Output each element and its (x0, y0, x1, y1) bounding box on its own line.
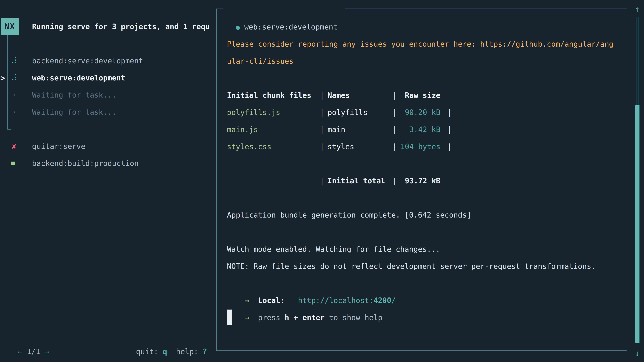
task-row-backend-build[interactable]: backend:build:production (0, 155, 215, 172)
scroll-down-arrow-icon[interactable]: ↓ (633, 346, 642, 361)
chunk-table-row: main.js | main | 3.42 kB | (227, 121, 452, 138)
press-suffix: to show help (325, 313, 382, 322)
chunk-size: 104 bytes (400, 138, 440, 155)
chunk-file: polyfills.js (227, 104, 320, 121)
success-square-icon (11, 162, 15, 165)
task-row-waiting-2[interactable]: · Waiting for task... (0, 104, 215, 121)
column-separator: | (392, 121, 400, 138)
chunk-name: main (328, 121, 392, 138)
page-prev-arrow-icon[interactable]: ← (18, 347, 22, 356)
chunk-size: 3.42 kB (400, 121, 440, 138)
task-row-backend-serve[interactable]: ⠼ backend:serve:development (0, 52, 215, 69)
column-separator: | (447, 104, 452, 121)
panel-title: ● web:serve:development (227, 1, 338, 18)
column-separator: | (320, 121, 328, 138)
watch-mode-message: Watch mode enabled. Watching for file ch… (227, 241, 440, 258)
panel-border-top (345, 8, 627, 9)
waiting-dot-icon: · (10, 104, 18, 121)
app-title: Running serve for 3 projects, and 1 requ (32, 18, 210, 35)
press-keys: h + enter (284, 313, 324, 322)
chunk-name: polyfills (328, 104, 392, 121)
task-label: backend:build:production (32, 155, 139, 172)
chunk-table-row: styles.css | styles | 104 bytes | (227, 138, 452, 155)
panel-border-left (216, 8, 217, 351)
chunk-file: main.js (227, 121, 320, 138)
help-bar: quit: q help: ? (127, 326, 207, 343)
page-indicator: 1/1 (27, 347, 40, 356)
panel-border-bottom (216, 351, 626, 351)
task-row-web-serve[interactable]: > ⠼ web:serve:development (0, 69, 215, 86)
chunk-table-row: polyfills.js | polyfills | 90.20 kB | (227, 104, 452, 121)
panel-title-text (240, 23, 244, 31)
issue-notice-line2: ular-cli/issues (227, 53, 294, 70)
quit-label: quit: (136, 347, 163, 356)
column-separator: | (392, 104, 400, 121)
column-separator: | (447, 121, 452, 138)
prompt-arrow-icon: → (245, 313, 249, 322)
column-separator: | (320, 87, 328, 104)
col-header-files: Initial chunk files (227, 87, 320, 104)
chunk-file: styles.css (227, 138, 320, 155)
column-separator: | (392, 87, 400, 104)
local-url-line: → Local: http://localhost:4200/ (227, 275, 396, 292)
column-separator: | (320, 138, 328, 155)
running-bullet-icon: ● (236, 23, 240, 31)
panel-title-label: web:serve:development (244, 23, 338, 31)
spinner-icon: ⠼ (10, 52, 18, 69)
scrollbar-thumb[interactable] (635, 105, 640, 343)
help-key: ? (202, 347, 207, 356)
terminal-cursor (227, 310, 232, 325)
pagination: ← 1/1 → (9, 326, 49, 343)
task-label: Waiting for task... (32, 86, 116, 104)
waiting-dot-icon: · (10, 86, 18, 104)
panel-border-top-stub (216, 8, 223, 9)
chunk-size: 90.20 kB (400, 104, 440, 121)
failed-x-icon: ✘ (10, 138, 18, 155)
help-label: help: (167, 347, 202, 356)
page-next-arrow-icon[interactable]: → (44, 347, 49, 356)
task-label: guitar:serve (32, 138, 85, 155)
column-separator: | (320, 172, 328, 189)
total-size: 93.72 kB (400, 172, 440, 189)
selected-chevron-icon: > (0, 69, 5, 86)
task-row-waiting-1[interactable]: · Waiting for task... (0, 86, 215, 104)
task-label: web:serve:development (32, 69, 125, 86)
chunk-table-total-row: | Initial total | 93.72 kB (227, 172, 452, 189)
col-header-size: Raw size (400, 87, 440, 104)
column-separator: | (392, 172, 400, 189)
bundle-complete-message: Application bundle generation complete. … (227, 206, 471, 224)
chunk-table-header: Initial chunk files | Names | Raw size (227, 87, 452, 104)
spinner-icon: ⠼ (10, 69, 18, 86)
column-separator: | (447, 138, 452, 155)
help-hint-line: → press h + enter to show help (227, 292, 382, 309)
chunk-name: styles (328, 138, 392, 155)
raw-size-note: NOTE: Raw file sizes do not reflect deve… (227, 258, 596, 275)
column-separator: | (320, 104, 328, 121)
task-row-guitar-serve[interactable]: ✘ guitar:serve (0, 138, 215, 155)
total-label: Initial total (328, 172, 392, 189)
issue-notice-line1: Please consider reporting any issues you… (227, 35, 614, 53)
task-label: backend:serve:development (32, 52, 143, 69)
nx-logo: NX (1, 18, 19, 35)
column-separator: | (392, 138, 400, 155)
task-label: Waiting for task... (32, 104, 116, 121)
col-header-names: Names (328, 87, 392, 104)
quit-key: q (163, 347, 167, 356)
scroll-up-arrow-icon[interactable]: ↑ (633, 1, 642, 16)
press-prefix: press (258, 313, 284, 322)
